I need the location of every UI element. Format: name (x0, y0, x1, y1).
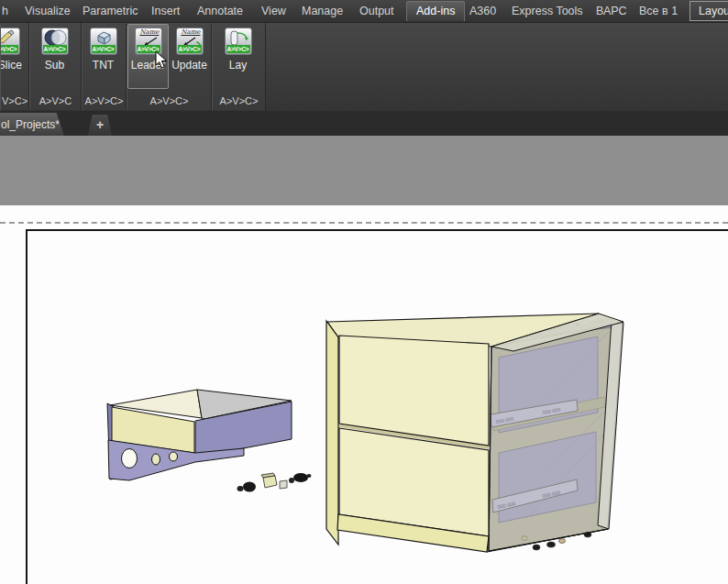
new-tab-button[interactable]: + (88, 115, 112, 136)
model-view: 000 000 000 000 000 000 000 000 (0, 136, 728, 584)
tab-visualize[interactable]: Visualize (25, 2, 71, 20)
ribbon-panel-cslice: A>V>C> CSlice V>C> (0, 22, 29, 110)
tnt-button-label: TNT (93, 59, 114, 72)
avc-badge: A>V>C> (92, 45, 116, 53)
tab-a360[interactable]: A360 (469, 2, 496, 20)
subtract-icon: A>V>C> (41, 28, 69, 55)
tab-annotate[interactable]: Annotate (197, 2, 243, 20)
drawing-canvas[interactable]: 000 000 000 000 000 000 000 000 (0, 136, 728, 584)
tab-layout[interactable]: Layout (689, 1, 728, 21)
lay-icon: A>V>C> (225, 28, 252, 55)
cslice-icon: A>V>C> (0, 28, 20, 55)
bracket-model[interactable] (107, 390, 292, 480)
ribbon: A>V>C> CSlice V>C> A>V>C> Sub A>V>C (0, 22, 728, 112)
lay-button[interactable]: A>V>C> Lay (217, 24, 259, 89)
avc-badge: A>V>C> (43, 45, 67, 53)
tab-vse-v-1[interactable]: Все в 1 (639, 2, 678, 20)
file-tab-active[interactable]: ol_Projects* ✕ (0, 113, 64, 136)
avc-badge: A>V>C> (0, 45, 18, 53)
avc-badge: A>V>C> (178, 45, 202, 53)
tab-manage[interactable]: Manage (302, 2, 343, 20)
box-3d-icon: A>V>C> (90, 28, 117, 55)
update-leader-icon: Name A>V>C> (176, 28, 204, 55)
cslice-button[interactable]: A>V>C> CSlice (0, 24, 27, 89)
sub-button[interactable]: A>V>C> Sub (34, 24, 75, 89)
cabinet-model[interactable]: 000 000 000 000 000 000 000 000 (326, 314, 623, 552)
mouse-cursor (155, 50, 169, 70)
update-button[interactable]: Name A>V>C> Update (169, 24, 210, 89)
update-button-label: Update (171, 59, 207, 72)
lay-button-label: Lay (229, 59, 247, 72)
tab-output[interactable]: Output (359, 2, 394, 20)
fasteners-model[interactable] (237, 473, 312, 492)
file-tab-bar: ol_Projects* ✕ + (0, 111, 728, 136)
ribbon-panel-tnt: A>V>C> TNT A>V>C> (82, 22, 127, 110)
avc-badge: A>V>C> (226, 45, 250, 53)
tab-parametric[interactable]: Parametric (83, 2, 138, 20)
panel-title-4[interactable]: A>V>C> (127, 94, 211, 109)
tab-add-ins[interactable]: Add-ins (406, 1, 465, 21)
panel-title-1[interactable]: V>C> (1, 94, 28, 109)
panel-title-2[interactable]: A>V>C (30, 94, 81, 109)
tab-insert[interactable]: Insert (151, 2, 180, 20)
ribbon-panel-leader: Name A>V>C> Leader Name (127, 22, 212, 110)
tnt-button[interactable]: A>V>C> TNT (83, 24, 124, 89)
sub-button-label: Sub (45, 59, 64, 72)
ribbon-panel-lay: A>V>C> Lay A>V>C> (212, 22, 266, 110)
tab-view[interactable]: View (261, 2, 286, 20)
tab-vars[interactable]: ВАРС (596, 2, 626, 20)
panel-title-3[interactable]: A>V>C> (83, 94, 126, 109)
tab-partial[interactable]: h (2, 2, 8, 20)
cslice-button-label: CSlice (0, 59, 22, 72)
ribbon-panel-sub: A>V>C> Sub A>V>C (29, 22, 82, 110)
file-tab-label: ol_Projects* (0, 118, 60, 131)
ribbon-tab-bar: h Visualize Parametric Insert Annotate V… (0, 0, 728, 23)
close-icon[interactable]: ✕ (64, 120, 72, 129)
panel-title-5[interactable]: A>V>C> (213, 94, 265, 109)
tab-express-tools[interactable]: Express Tools (512, 2, 583, 20)
